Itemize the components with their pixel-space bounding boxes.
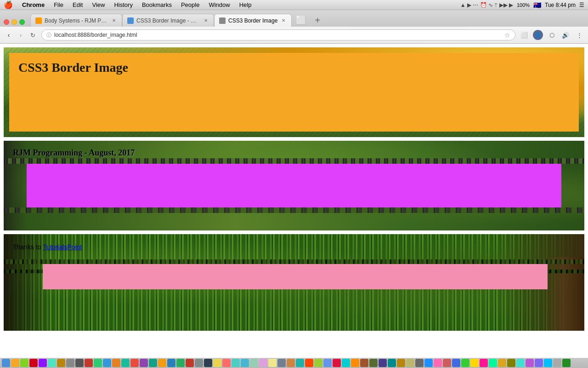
menubar-people[interactable]: People	[177, 1, 203, 9]
dock-icon-40[interactable]	[360, 359, 368, 367]
dock-icon-28[interactable]	[250, 359, 258, 367]
dock-icon-54[interactable]	[489, 359, 497, 367]
sound-icon[interactable]: 🔊	[560, 30, 571, 40]
dock-icon-42[interactable]	[379, 359, 387, 367]
section2-subtitle: RJM Programming - August, 2017	[13, 148, 135, 158]
bookmark-star-icon[interactable]: ☆	[504, 31, 510, 39]
dock-icon-51[interactable]	[461, 359, 469, 367]
new-tab-icon[interactable]: +	[311, 14, 324, 27]
dock-icon-26[interactable]	[232, 359, 240, 367]
close-button[interactable]	[4, 19, 9, 25]
dock-icon-36[interactable]	[323, 359, 332, 367]
dock-icon-8[interactable]	[66, 359, 74, 367]
tab-2[interactable]: CSS3 Border Image - RJM Pro... ✕	[122, 14, 214, 27]
extensions-icon[interactable]: ⬜	[519, 30, 529, 40]
dock-icon-48[interactable]	[434, 359, 442, 367]
dock-icon-15[interactable]	[130, 359, 139, 367]
dock-icon-21[interactable]	[186, 359, 194, 367]
dock-icon-62[interactable]	[562, 359, 571, 367]
dock-icon-24[interactable]	[213, 359, 221, 367]
dock-icon-55[interactable]	[498, 359, 506, 367]
dock-icon-2[interactable]	[11, 359, 19, 367]
address-bar: ‹ › ↻ ⓘ localhost:8888/border_image.html…	[0, 27, 588, 43]
dock-icon-17[interactable]	[149, 359, 157, 367]
dock-icon-34[interactable]	[305, 359, 313, 367]
dock-icon-45[interactable]	[406, 359, 414, 367]
dock-icon-53[interactable]	[480, 359, 488, 367]
dock-icon-7[interactable]	[57, 359, 65, 367]
url-bar[interactable]: ⓘ localhost:8888/border_image.html ☆	[41, 29, 515, 40]
dock-icon-4[interactable]	[29, 359, 38, 367]
dock-icon-56[interactable]	[507, 359, 515, 367]
dock-icon-35[interactable]	[314, 359, 322, 367]
tab-2-close[interactable]: ✕	[203, 17, 209, 24]
dock-icon-9[interactable]	[75, 359, 84, 367]
dock-icon-43[interactable]	[388, 359, 396, 367]
menubar-help[interactable]: Help	[236, 1, 255, 9]
dock-icon-14[interactable]	[121, 359, 130, 367]
menubar-items: Chrome File Edit View History Bookmarks …	[18, 1, 255, 9]
dock-icon-27[interactable]	[241, 359, 249, 367]
profile-icon[interactable]: 👤	[533, 30, 543, 40]
dock-icon-18[interactable]	[158, 359, 166, 367]
forward-button[interactable]: ›	[16, 30, 26, 40]
dock-icon-52[interactable]	[470, 359, 479, 367]
dock-icon-11[interactable]	[94, 359, 102, 367]
menubar-chrome[interactable]: Chrome	[18, 1, 48, 9]
dock-icon-44[interactable]	[397, 359, 405, 367]
new-tab-button[interactable]: ⬜	[293, 14, 309, 27]
dock-icon-3[interactable]	[20, 359, 28, 367]
back-button[interactable]: ‹	[4, 30, 14, 40]
menubar-history[interactable]: History	[110, 1, 136, 9]
dock-icon-1[interactable]	[2, 359, 10, 367]
dock-icon-30[interactable]	[268, 359, 277, 367]
dock-icon-41[interactable]	[369, 359, 378, 367]
section3: Thanks to TutorialsPoint	[4, 234, 584, 331]
tab-1[interactable]: Body Systems - RJM Programm... ✕	[30, 14, 122, 27]
tutorials-point-link[interactable]: TutorialsPoint	[43, 243, 82, 251]
dock-icon-16[interactable]	[140, 359, 148, 367]
dock-icon-10[interactable]	[85, 359, 93, 367]
tab-1-close[interactable]: ✕	[111, 17, 117, 24]
dock-icon-47[interactable]	[424, 359, 433, 367]
menubar-icons: ▲ ▶ ⋅⋅⋅ ⏰ ∿ ⍑ ▶▶ ▶	[460, 2, 513, 8]
maximize-button[interactable]	[19, 19, 25, 25]
menubar-edit[interactable]: Edit	[69, 1, 86, 9]
apple-menu[interactable]: 🍎	[4, 0, 13, 9]
dock-icon-49[interactable]	[443, 359, 451, 367]
dock-icon-57[interactable]	[516, 359, 525, 367]
more-icon[interactable]: ⋮	[574, 30, 584, 40]
dock-icon-58[interactable]	[526, 359, 534, 367]
dock-icon-60[interactable]	[544, 359, 552, 367]
dock-icon-46[interactable]	[415, 359, 424, 367]
dock-icon-50[interactable]	[452, 359, 460, 367]
dock-icon-6[interactable]	[48, 359, 56, 367]
refresh-button[interactable]: ↻	[28, 30, 38, 40]
dock-icon-12[interactable]	[103, 359, 111, 367]
dock-icon-61[interactable]	[553, 359, 561, 367]
dock-icon-13[interactable]	[112, 359, 120, 367]
dock-icon-25[interactable]	[222, 359, 231, 367]
tab-3[interactable]: CSS3 Border Image ✕	[214, 14, 292, 27]
menubar-bookmarks[interactable]: Bookmarks	[138, 1, 175, 9]
tab-3-close[interactable]: ✕	[280, 17, 287, 24]
cast-icon[interactable]: ⬡	[547, 30, 557, 40]
menubar-file[interactable]: File	[50, 1, 67, 9]
dock-icon-37[interactable]	[333, 359, 341, 367]
notification-icon[interactable]: ☰	[579, 2, 584, 8]
dock-icon-5[interactable]	[39, 359, 47, 367]
dock-icon-20[interactable]	[176, 359, 185, 367]
dock-icon-19[interactable]	[167, 359, 175, 367]
dock-icon-33[interactable]	[296, 359, 304, 367]
dock-icon-59[interactable]	[535, 359, 543, 367]
dock-icon-32[interactable]	[287, 359, 295, 367]
menubar-window[interactable]: Window	[205, 1, 233, 9]
dock-icon-22[interactable]	[195, 359, 203, 367]
dock-icon-29[interactable]	[259, 359, 267, 367]
dock-icon-39[interactable]	[351, 359, 359, 367]
dock-icon-38[interactable]	[342, 359, 350, 367]
menubar-view[interactable]: View	[88, 1, 108, 9]
minimize-button[interactable]	[11, 19, 17, 25]
dock-icon-23[interactable]	[204, 359, 212, 367]
dock-icon-31[interactable]	[277, 359, 286, 367]
